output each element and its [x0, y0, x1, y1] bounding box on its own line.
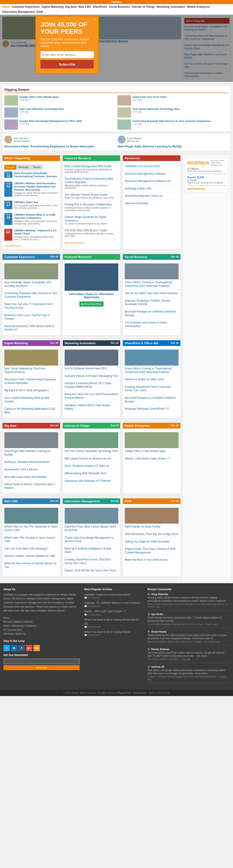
im-link-4[interactable]: Creating SharePoint Forms That Don't Ann…: [65, 558, 111, 565]
digging-link-6[interactable]: Connecting Disparate Data Sources to You…: [133, 120, 211, 122]
privacy-link[interactable]: Privacy Policy: [117, 692, 131, 694]
sp-link-2[interactable]: Harmon.ie Builds on Office 2016: [125, 378, 164, 381]
resource-link-4[interactable]: Selecting a Web CMS: [125, 187, 151, 190]
im-link-5[interactable]: Report: 2016 Will Be the Year of the Clo…: [65, 569, 116, 572]
fr-link-1[interactable]: Web Content Management RFP Guide: [65, 165, 112, 168]
event-link-5[interactable]: CMSWire Webinar - Implement a CX Health …: [14, 229, 57, 235]
nav-me[interactable]: Mobile Enterprise: [187, 5, 210, 8]
digging-link-5[interactable]: Google Adds Knowledge Management to Offi…: [19, 120, 82, 122]
get-featured-link[interactable]: Get Featured!: [187, 187, 205, 190]
me-see-all[interactable]: See all: [171, 424, 179, 427]
modal-email-input[interactable]: [40, 51, 94, 58]
fr-link-2[interactable]: The Definitive Guide to Automating Web C…: [65, 177, 113, 184]
sb-link-3[interactable]: Atlassian Redesigns Portfolio, Boosts De…: [125, 299, 170, 306]
bd-link-3[interactable]: Hortonworks Sets a Record: [4, 468, 38, 471]
dam-link-3[interactable]: Setting the Stage for DAM Innovation: [125, 540, 170, 543]
im-link-2[interactable]: Oracle Adds Knowledge Management to Serv…: [65, 536, 114, 543]
iot-link-2[interactable]: IBM Jasper Partner to Advance the IoT: [65, 457, 112, 460]
view-all-events-link[interactable]: View All Events: [4, 245, 58, 247]
nav-ma[interactable]: Marketing Automation: [156, 5, 185, 8]
nav-home[interactable]: Home: [2, 5, 10, 8]
iot-link-3[interactable]: Cisco Swallows Another IoT Start-Up: [65, 464, 110, 467]
digging-link-4[interactable]: Your (Sonic) Wearable Technology Now: [133, 107, 179, 110]
sb-see-all[interactable]: See all: [171, 255, 179, 259]
nav-wcms[interactable]: Web CMS: [78, 5, 91, 8]
wcms-link-4[interactable]: Security Update: Joomla Updates its CMS: [4, 554, 55, 558]
me-link-1[interactable]: Calligo Offers 3 New Mobile Apps: [125, 450, 166, 453]
footer-dx-link[interactable]: DX Summit 2015: [3, 628, 22, 631]
dm-link-5[interactable]: Canary in the Marketing Applications Coa…: [4, 407, 55, 414]
im-see-all[interactable]: See all: [110, 499, 118, 503]
footer-popular-link-2[interactable]: Hootsuite: Tec Software Veteran to Lead …: [84, 601, 140, 604]
dam-link-4[interactable]: Digital Assets: First-Class Citizens of …: [125, 547, 175, 554]
rss-icon[interactable]: rss: [33, 645, 40, 651]
cx-link-5[interactable]: Microsoft Dynamics CRM Service Built to …: [4, 324, 54, 332]
linkedin-icon[interactable]: in: [11, 645, 17, 651]
footer-popular-link-3[interactable]: MikrQL + Microsoft's Open Graph = ?: [84, 610, 125, 613]
fr-inline-download[interactable]: ▶ Download Now: [80, 301, 103, 307]
nav-dm[interactable]: Digital Marketing: [41, 5, 64, 8]
footer-popular-link-5[interactable]: Where You Need to Be in Coming Weeks: [84, 630, 130, 633]
view-all-research-link[interactable]: View All Research: [65, 241, 119, 244]
ma-link-4[interactable]: Blueconic: Now You Can Send Personalized…: [65, 393, 118, 399]
tweets-tab[interactable]: Tweets: [31, 165, 43, 170]
footer-editorial-link[interactable]: Monthly Editorial Calendar: [3, 620, 33, 623]
event-link-4[interactable]: CMSWire Webinar What is so DAM important…: [14, 213, 55, 219]
im-link-3[interactable]: Next Up in Artificial Intelligence: Koda…: [65, 547, 111, 554]
cx-link-4[interactable]: Brantree's John Lunn: PayPal Pays It For…: [4, 314, 49, 320]
dam-link-1[interactable]: D&M Datribe on Data Anxiety: [125, 525, 160, 528]
nav-iot[interactable]: Internet of Things: [132, 5, 155, 8]
bd-link-2[interactable]: Nothing is Standard About Standards: [4, 460, 49, 464]
me-link-2[interactable]: MikrQL + Microsoft's Open Graph = ?: [125, 457, 170, 460]
fr-link-3[interactable]: The Ultimate Intranet Buyers Guide: [65, 193, 108, 196]
footer-submission-link[interactable]: Article Submission Guidelines: [3, 624, 37, 627]
fr-link-5[interactable]: Gartner Magic Quadrant for Digital Comme…: [65, 215, 106, 222]
modal-close-icon[interactable]: ×: [94, 18, 96, 22]
dm-link-4[interactable]: Less Content Marketing More Quality Cont…: [4, 396, 49, 403]
wcms-see-all[interactable]: See all: [50, 499, 58, 503]
ma-link-3[interactable]: HubSpot Customers Brush Off C-Suite Scan…: [65, 382, 111, 389]
digging-link-1[interactable]: Google Cities 3 New Mobile Apps: [19, 96, 59, 98]
fr-link-6[interactable]: The 2016 Web CMS Buyer's Guide: [65, 229, 107, 232]
digging-link-2[interactable]: Using From Your Form Team: [133, 96, 167, 98]
newsletter-subscribe-button[interactable]: Subscribe: [3, 665, 80, 670]
dm-link-2[interactable]: Discussion Point: Transforming Employees…: [4, 378, 56, 385]
sb-link-2[interactable]: Get On the Right Track with Siloed Syste…: [125, 291, 178, 295]
footer-advertiser-link[interactable]: Advertiser Media Kit: [3, 632, 26, 635]
dm-see-all[interactable]: See all: [50, 341, 58, 345]
resource-link-5[interactable]: SharePoint Migration Tools List: [125, 194, 162, 197]
gplus-icon[interactable]: g+: [26, 645, 32, 651]
sb-link-4[interactable]: Microsoft Reneges on Unlimited OneDrive …: [125, 310, 176, 317]
iot-link-1[interactable]: Get Your (Sonic) Wearable Technology Now: [65, 450, 118, 453]
resource-link-1[interactable]: CMSWire's DX Summit 2015: [125, 165, 160, 168]
sb-link-5[interactable]: The Evolution and Future of Online Commu…: [125, 321, 167, 328]
sp-link-1[interactable]: Guess Who's Coming to Thanksgiving? Shar…: [125, 367, 173, 374]
resource-link-3[interactable]: Document Management Software List: [125, 180, 170, 183]
terms-link[interactable]: Terms of Use: [133, 692, 147, 694]
ma-link-2[interactable]: Autopilot Debuts In-Product Messaging To…: [65, 374, 118, 378]
nav-im[interactable]: Information Management: [2, 10, 35, 13]
nav-bd[interactable]: Big Data: [65, 5, 77, 8]
dm-link-1[interactable]: New Social Networking Tool From TouchCom…: [4, 367, 45, 374]
nav-sp[interactable]: SharePoint: [93, 5, 107, 8]
feature-link-2[interactable]: New Plugin Adds Machine Learning to MySQ…: [118, 145, 182, 148]
cx-link-2[interactable]: Connecting Disparate Data Sources to You…: [4, 291, 57, 299]
wcms-link-5[interactable]: What the New Version of NGINX Means for …: [4, 562, 57, 569]
sp-link-5[interactable]: Metalogix Releases ControlPoint 7.0: [125, 407, 169, 410]
dam-see-all[interactable]: See all: [171, 499, 179, 503]
nav-cx[interactable]: Customer Experience: [11, 5, 39, 8]
ma-link-5[interactable]: HubSpot's #INBOUND15 Train Keeps Rolling: [65, 404, 110, 410]
twitter-icon[interactable]: t: [3, 645, 10, 651]
events-tab[interactable]: Events: [4, 165, 16, 170]
modal-subscribe-button[interactable]: Subscribe: [40, 60, 94, 68]
fr-link-4[interactable]: Finding ROI in Document Collaboration: [65, 203, 112, 206]
dm-link-3[interactable]: Big Egos in the C-Suite (Infographic): [4, 389, 49, 392]
nav-sb[interactable]: Social Business: [109, 5, 130, 8]
ma-link-1[interactable]: Act-On Software Names New CEO: [65, 367, 107, 370]
im-link-1[interactable]: OpenText Plans Blue Carbon Based, More a…: [65, 525, 116, 532]
wcms-link-3[interactable]: Can You Trust Web CMS Rankings?: [4, 547, 48, 550]
bd-link-1[interactable]: New Plugin Adds Machine Learning to MySQ…: [4, 450, 51, 456]
newsletter-input[interactable]: [3, 658, 80, 664]
footer-popular-link-4[interactable]: Where You Need to Be in Coming Weeks (28…: [84, 618, 140, 625]
dam-link-2[interactable]: DAM Movement: From Big Iron to Big Cloud: [125, 532, 178, 536]
